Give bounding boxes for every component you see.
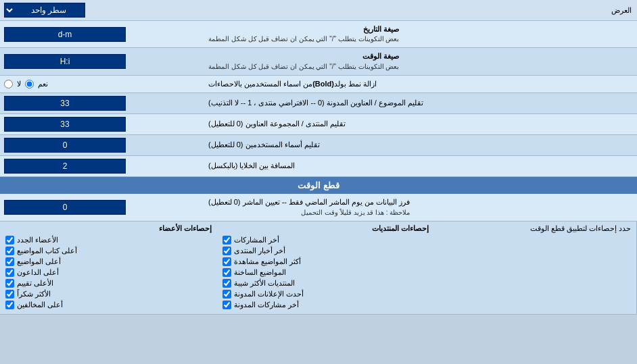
forum-group-input[interactable]: [4, 117, 126, 132]
remove-bold-radio-group: نعم لا: [4, 80, 48, 88]
header-input-cell: سطر واحد عدة سطور: [0, 0, 203, 20]
mstat-label-3: أعلى المواضيع: [17, 257, 61, 266]
stat-item-4: المواضيع الساخنة: [222, 268, 429, 277]
stat-item-1: أخر المشاركات: [222, 236, 429, 244]
mstat-label-5: الأعلى تقييم: [17, 279, 53, 288]
remove-bold-input-cell: نعم لا: [0, 76, 203, 93]
cell-spacing-row: المسافة بين الخلايا (بالبكسل): [0, 156, 637, 177]
mstat-item-1: الأعضاء الجدد: [5, 236, 212, 244]
date-format-title: صيغة التاريخ: [208, 24, 399, 34]
forum-group-input-cell: [0, 114, 203, 134]
usernames-label: تقليم أسماء المستخدمين (0 للتعطيل): [203, 135, 637, 155]
member-stats-col: إحصاءات الأعضاء الأعضاء الجدد أعلى كتاب …: [0, 222, 217, 314]
mstat-check-2[interactable]: [5, 246, 14, 255]
header-row: العرض سطر واحد عدة سطور: [0, 0, 637, 21]
stat-item-5: المنتديات الأكثر شيبة: [222, 279, 429, 288]
stat-label-6: أحدث الإعلانات المدونة: [234, 290, 304, 298]
mstat-label-7: أعلى المخالفين: [17, 301, 63, 309]
mstat-item-2: أعلى كتاب المواضيع: [5, 246, 212, 255]
date-format-label: صيغة التاريخ بعض التكوينات يتطلب "/" الت…: [203, 21, 637, 47]
radio-yes[interactable]: [25, 80, 34, 88]
time-format-note: بعض التكوينات يتطلب "/" التي يمكن ان تضا…: [208, 62, 399, 72]
mstat-check-7[interactable]: [5, 301, 14, 309]
mstat-check-5[interactable]: [5, 279, 14, 288]
cutoff-input[interactable]: [4, 200, 126, 215]
cell-spacing-input-cell: [0, 156, 203, 176]
radio-yes-label: نعم: [38, 80, 48, 88]
usernames-row: تقليم أسماء المستخدمين (0 للتعطيل): [0, 135, 637, 156]
remove-bold-label: ازالة نمط بولد (Bold) من اسماء المستخدمي…: [203, 76, 637, 93]
mstat-item-6: الأكثر شكراً: [5, 290, 212, 298]
stat-check-5[interactable]: [222, 279, 231, 288]
stat-label-3: أكثر المواضيع مشاهدة: [234, 257, 301, 266]
stats-section: حدد إحصاءات لتطبيق قطع الوقت إحصاءات الم…: [0, 222, 637, 315]
stat-check-2[interactable]: [222, 246, 231, 255]
cutoff-row: فرز البيانات من يوم الماشر الماضي فقط --…: [0, 194, 637, 221]
forum-stats-col: إحصاءات المنتديات أخر المشاركات أخر أخبا…: [217, 222, 434, 314]
mstat-label-2: أعلى كتاب المواضيع: [17, 246, 77, 255]
date-format-note: بعض التكوينات يتطلب "/" التي يمكن ان تضا…: [208, 34, 399, 44]
member-stats-header: إحصاءات الأعضاء: [5, 224, 212, 233]
stat-item-7: أخر مشاركات المدونة: [222, 301, 429, 309]
forum-group-label: تقليم المنتدى / المجموعة العناوين (0 للت…: [203, 114, 637, 134]
usernames-input-cell: [0, 135, 203, 155]
forum-stats-header: إحصاءات المنتديات: [222, 224, 429, 233]
stat-label-7: أخر مشاركات المدونة: [234, 301, 299, 309]
mstat-label-1: الأعضاء الجدد: [17, 236, 58, 244]
stat-label-2: أخر أخبار المنتدى: [234, 246, 285, 255]
display-dropdown[interactable]: سطر واحد عدة سطور: [4, 3, 85, 18]
stat-label-1: أخر المشاركات: [234, 236, 279, 244]
stats-apply-label: حدد إحصاءات لتطبيق قطع الوقت: [434, 222, 637, 314]
date-format-input[interactable]: [4, 27, 126, 42]
date-format-row: صيغة التاريخ بعض التكوينات يتطلب "/" الت…: [0, 21, 637, 48]
stat-check-6[interactable]: [222, 290, 231, 298]
radio-no-label: لا: [17, 80, 21, 88]
time-format-input[interactable]: [4, 54, 126, 69]
mstat-check-3[interactable]: [5, 257, 14, 266]
mstat-item-7: أعلى المخالفين: [5, 301, 212, 309]
topic-subject-input-cell: [0, 93, 203, 113]
mstat-label-6: الأكثر شكراً: [17, 290, 51, 298]
stat-item-2: أخر أخبار المنتدى: [222, 246, 429, 255]
cutoff-label: فرز البيانات من يوم الماشر الماضي فقط --…: [203, 194, 637, 220]
stat-check-4[interactable]: [222, 268, 231, 277]
topic-subject-row: تقليم الموضوع / العناوين المدونة (0 -- ا…: [0, 93, 637, 114]
mstat-check-1[interactable]: [5, 236, 14, 244]
stat-item-6: أحدث الإعلانات المدونة: [222, 290, 429, 298]
mstat-item-5: الأعلى تقييم: [5, 279, 212, 288]
cell-spacing-label: المسافة بين الخلايا (بالبكسل): [203, 156, 637, 176]
usernames-input[interactable]: [4, 138, 126, 153]
stat-label-4: المواضيع الساخنة: [234, 268, 286, 277]
time-format-title: صيغة الوقت: [208, 51, 399, 61]
stat-item-3: أكثر المواضيع مشاهدة: [222, 257, 429, 266]
header-label: العرض: [203, 3, 637, 18]
mstat-check-4[interactable]: [5, 268, 14, 277]
topic-subject-input[interactable]: [4, 96, 126, 111]
cutoff-title: قطع الوقت: [298, 180, 339, 190]
time-format-row: صيغة الوقت بعض التكوينات يتطلب "/" التي …: [0, 48, 637, 75]
mstat-item-4: أعلى الداعون: [5, 268, 212, 277]
mstat-label-4: أعلى الداعون: [17, 268, 59, 277]
topic-subject-label: تقليم الموضوع / العناوين المدونة (0 -- ا…: [203, 93, 637, 113]
cell-spacing-input[interactable]: [4, 159, 126, 174]
forum-group-row: تقليم المنتدى / المجموعة العناوين (0 للت…: [0, 114, 637, 135]
stats-main: حدد إحصاءات لتطبيق قطع الوقت إحصاءات الم…: [0, 222, 637, 314]
date-format-input-cell: [0, 21, 203, 47]
stat-check-1[interactable]: [222, 236, 231, 244]
stat-label-5: المنتديات الأكثر شيبة: [234, 279, 295, 288]
stat-check-3[interactable]: [222, 257, 231, 266]
cutoff-note: ملاحظة : هذا قد يزيد قليلاً وقت التحميل: [208, 208, 410, 217]
cutoff-input-cell: [0, 194, 203, 220]
radio-no[interactable]: [4, 80, 13, 88]
mstat-check-6[interactable]: [5, 290, 14, 298]
stat-check-7[interactable]: [222, 301, 231, 309]
cutoff-section-header: قطع الوقت: [0, 177, 637, 194]
cutoff-main-label: فرز البيانات من يوم الماشر الماضي فقط --…: [208, 197, 410, 207]
mstat-item-3: أعلى المواضيع: [5, 257, 212, 266]
time-format-label: صيغة الوقت بعض التكوينات يتطلب "/" التي …: [203, 48, 637, 74]
remove-bold-row: ازالة نمط بولد (Bold) من اسماء المستخدمي…: [0, 76, 637, 93]
time-format-input-cell: [0, 48, 203, 74]
